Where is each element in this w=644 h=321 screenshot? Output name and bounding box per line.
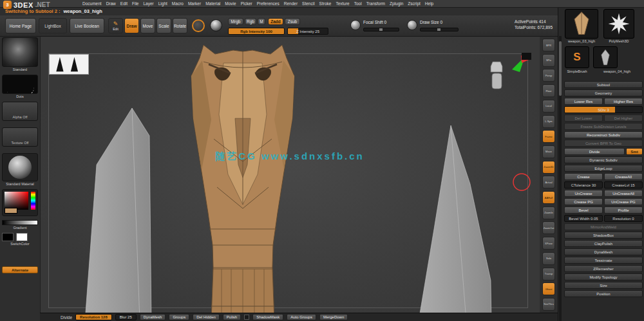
panel-button-crease-pg[interactable]: Crease PG xyxy=(564,198,603,205)
bottom-button-polish[interactable]: Polish xyxy=(223,314,241,320)
panel-section-size[interactable]: Size xyxy=(564,282,643,289)
mrgb-button[interactable]: Mrgb xyxy=(228,18,243,25)
scrollbar-thumb[interactable] xyxy=(559,41,562,96)
panel-button-resolution-0[interactable]: Resolution 0 xyxy=(604,215,643,222)
saturation-value-box[interactable] xyxy=(5,192,28,210)
texture-selector[interactable]: Texture Off xyxy=(2,127,38,147)
panel-button-creaselvl-15[interactable]: CreaseLvl 15 xyxy=(604,181,643,188)
menu-transform[interactable]: Transform xyxy=(366,1,385,6)
shelf-spix-button[interactable]: SPix xyxy=(542,54,555,67)
material-sphere-icon[interactable] xyxy=(210,19,222,32)
panel-button-ctolerance-30[interactable]: CTolerance 30 xyxy=(564,181,603,188)
panel-button-divide[interactable]: Divide xyxy=(564,148,625,155)
panel-button-uncrease[interactable]: UnCrease xyxy=(564,190,603,197)
panel-section-zremesher[interactable]: ZRemesher xyxy=(564,265,643,272)
panel-button-profile[interactable]: Profile xyxy=(604,206,643,214)
tool-thumb-simplebrush[interactable]: S xyxy=(565,46,589,68)
scale-button[interactable]: Scale xyxy=(156,18,171,33)
shelf-actual-button[interactable]: Actual xyxy=(542,176,555,188)
panel-button-uncrease-pg[interactable]: UnCrease PG xyxy=(604,198,643,205)
panel-section-dynamic-subdiv[interactable]: Dynamic Subdiv xyxy=(564,156,643,163)
shelf-transp-button[interactable]: Transp xyxy=(542,268,555,280)
panel-section-geometry[interactable]: Geometry xyxy=(564,89,643,96)
material-selector[interactable] xyxy=(2,153,38,181)
shelf-xpose-button[interactable]: XPose xyxy=(542,237,555,250)
panel-section-position[interactable]: Position xyxy=(564,290,643,297)
panel-section-edgeloop[interactable]: EdgeLoop xyxy=(564,165,643,172)
menu-render[interactable]: Render xyxy=(284,1,298,6)
bottom-button-groups[interactable]: Groups xyxy=(169,314,189,320)
menu-file[interactable]: File xyxy=(132,1,138,6)
home-page-button[interactable]: Home Page xyxy=(5,18,36,33)
panel-button-smt[interactable]: Smt xyxy=(626,148,643,155)
shelf-l-sym-button[interactable]: L.Sym xyxy=(542,115,555,128)
draw-size-slider[interactable] xyxy=(420,28,459,32)
panel-section-shadowbox[interactable]: ShadowBox xyxy=(564,232,643,239)
panel-section-claypolish[interactable]: ClayPolish xyxy=(564,240,643,247)
rotate-button[interactable]: Rotate xyxy=(173,18,187,33)
menu-zplugin[interactable]: Zplugin xyxy=(390,1,403,6)
blade-left[interactable] xyxy=(85,108,151,321)
tool-thumb-weapon-03-high[interactable] xyxy=(565,9,598,39)
panel-button-bevel[interactable]: Bevel xyxy=(564,206,603,214)
main-color-swatch[interactable] xyxy=(2,233,14,241)
menu-stencil[interactable]: Stencil xyxy=(302,1,315,6)
menu-draw[interactable]: Draw xyxy=(106,1,116,6)
panel-section-subtool[interactable]: Subtool xyxy=(564,81,643,88)
brush-selector[interactable] xyxy=(2,37,38,67)
tool-thumb-polymesh3d[interactable] xyxy=(603,9,634,39)
lightbox-button[interactable]: LightBox xyxy=(39,18,67,33)
menu-layer[interactable]: Layer xyxy=(143,1,153,6)
model-3d[interactable] xyxy=(40,36,540,321)
panel-button-bevel-width-0-05[interactable]: Bevel Width 0.05 xyxy=(564,215,603,222)
shelf-zoomin-button[interactable]: ZoomIn xyxy=(542,206,555,219)
panel-section-modify-topology[interactable]: Modify Topology xyxy=(564,273,643,280)
menu-movie[interactable]: Movie xyxy=(225,1,236,6)
zadd-button[interactable]: Zadd xyxy=(268,18,283,25)
panel-button-higher-res[interactable]: Higher Res xyxy=(604,98,643,105)
secondary-color-swatch[interactable] xyxy=(16,233,28,241)
bottom-button-mergedown[interactable]: MergeDown xyxy=(319,314,348,320)
panel-button-crease[interactable]: Crease xyxy=(564,173,603,180)
draw-size-handle[interactable] xyxy=(437,28,440,31)
live-boolean-button[interactable]: Live Boolean xyxy=(70,18,104,33)
draw-button[interactable]: Draw xyxy=(124,18,139,33)
panel-slider-sdiv-3[interactable]: SDiv 3 xyxy=(564,106,643,113)
bottom-button-dynamesh[interactable]: DynaMesh xyxy=(140,314,166,320)
palette-scrollbar[interactable] xyxy=(559,36,562,321)
menu-macro[interactable]: Macro xyxy=(172,1,184,6)
menu-help[interactable]: Help xyxy=(425,1,433,6)
bottom-slider-resolution-128[interactable]: Resolution 128 xyxy=(75,314,112,320)
menu-light[interactable]: Light xyxy=(158,1,167,6)
alternate-button[interactable]: Alternate xyxy=(2,266,38,273)
shelf-local-button[interactable]: Local xyxy=(542,100,555,113)
shelf-bpr-button[interactable]: BPR xyxy=(542,39,555,51)
bottom-button-del-hidden[interactable]: Del Hidden xyxy=(193,314,220,320)
focal-shift-handle[interactable] xyxy=(379,28,383,31)
bottom-slider-blur-25[interactable]: Blur 25 xyxy=(115,314,137,320)
viewport-canvas[interactable]: 随艺CG www.sdnxsfb.cn xyxy=(40,36,540,321)
shelf-move-button[interactable]: Move xyxy=(542,145,555,158)
shelf-aahalf-button[interactable]: AAHalf xyxy=(542,191,555,204)
bottom-button-auto-groups[interactable]: Auto Groups xyxy=(287,314,316,320)
panel-section-dynamesh[interactable]: DynaMesh xyxy=(564,248,643,255)
menu-stroke[interactable]: Stroke xyxy=(319,1,332,6)
move-button[interactable]: Move xyxy=(140,18,155,33)
shelf-zoomout-button[interactable]: ZoomOut xyxy=(542,221,555,234)
panel-button-lower-res[interactable]: Lower Res xyxy=(564,98,603,105)
menu-material[interactable]: Material xyxy=(205,1,220,6)
z-intensity-slider[interactable]: Z Intensity 25 xyxy=(287,28,328,35)
tool-thumb-weapon-04-high[interactable] xyxy=(593,46,618,68)
shelf-frame-button[interactable]: Frame xyxy=(542,130,555,143)
menu-zscript[interactable]: Zscript xyxy=(408,1,421,6)
m-button[interactable]: M xyxy=(258,18,265,25)
menu-texture[interactable]: Texture xyxy=(336,1,349,6)
focal-shift-knob-icon[interactable] xyxy=(350,20,361,30)
panel-section-tessimate[interactable]: Tessimate xyxy=(564,257,643,264)
shelf-seethru-button[interactable]: SeeThru xyxy=(542,298,555,311)
color-picker[interactable] xyxy=(2,189,38,216)
hue-strip[interactable] xyxy=(31,192,35,210)
menu-picker[interactable]: Picker xyxy=(241,1,252,6)
gyro-icon[interactable] xyxy=(192,19,205,32)
draw-size-knob-icon[interactable] xyxy=(407,20,417,30)
